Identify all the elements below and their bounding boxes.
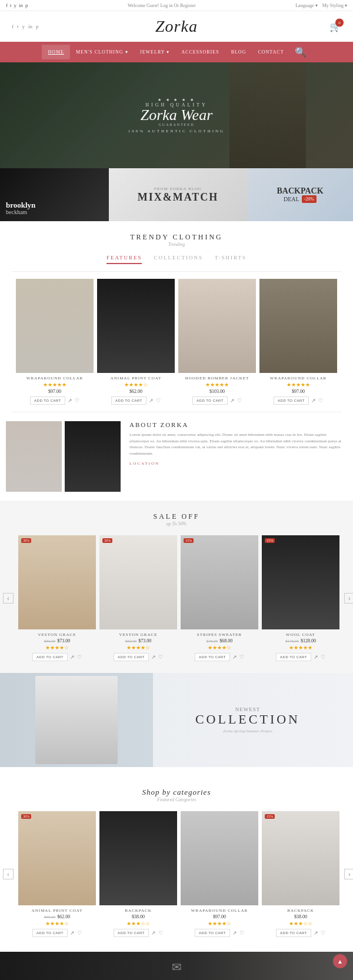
cat-carousel-prev[interactable]: ‹	[3, 869, 14, 879]
banner-deal-text: DEAL	[284, 196, 299, 202]
cat-wish-2[interactable]: ♡	[158, 930, 163, 936]
cat-share-2[interactable]: ↗	[151, 930, 156, 936]
sale-wish-1[interactable]: ♡	[77, 654, 82, 660]
cat-wish-1[interactable]: ♡	[77, 930, 82, 936]
youtube-icon[interactable]: y	[14, 2, 17, 8]
cat-share-1[interactable]: ↗	[70, 930, 75, 936]
banner-mix[interactable]: FROM ZORKA BLOG MIX&MATCH	[109, 168, 247, 221]
wishlist-icon-3[interactable]: ♡	[237, 398, 242, 404]
sale-share-4[interactable]: ↗	[314, 654, 318, 660]
sale-share-1[interactable]: ↗	[70, 654, 75, 660]
pi-icon[interactable]: p	[36, 24, 39, 29]
add-to-cart-btn-1[interactable]: Add To Cart	[30, 396, 65, 405]
hero-section: ★ ★ ★ ★ ★ HIGH QUALITY Zorka Wear GUARAN…	[0, 62, 353, 168]
share-icon-2[interactable]: ↗	[149, 398, 154, 404]
nav-jewelry[interactable]: JEWELRY ▾	[134, 45, 176, 59]
subscribe-bg	[188, 952, 353, 980]
location-link[interactable]: LOCATION	[129, 461, 347, 466]
cat-stars-2: ★★★☆☆	[99, 921, 177, 926]
product-card-1: WRAPAROUND COLLAR ★★★★★ $97.00 Add To Ca…	[16, 279, 94, 405]
sale-carousel: ‹ 30% VESTON GRACE $83.00$73.00 ★★★★☆ Ad…	[0, 529, 353, 667]
nav-accessories[interactable]: ACCESSORIES	[175, 45, 225, 59]
wishlist-icon-2[interactable]: ♡	[156, 398, 161, 404]
cart-icon-wrap[interactable]: 🛒 0	[329, 21, 341, 32]
fb-icon[interactable]: f	[12, 24, 14, 29]
sale-img-2	[99, 535, 177, 629]
my-styling-link[interactable]: My Styling ▾	[322, 3, 347, 8]
nav-blog[interactable]: BLOG	[225, 45, 252, 59]
tab-tshirts[interactable]: T-SHIRTS	[215, 255, 247, 264]
saleoff-title-wrap: SALE OFF up To 50%	[0, 506, 353, 529]
sale-add-cart-1[interactable]: Add To Cart	[32, 653, 68, 661]
cat-wish-3[interactable]: ♡	[239, 930, 244, 936]
sale-name-2: VESTON GRACE	[99, 632, 177, 637]
hero-bg-figure	[229, 62, 306, 168]
in-icon[interactable]: in	[28, 24, 32, 29]
sale-add-cart-4[interactable]: Add To Cart	[276, 653, 311, 661]
cat-share-4[interactable]: ↗	[314, 930, 318, 936]
yt-icon[interactable]: y	[22, 24, 25, 29]
sale-add-cart-3[interactable]: Add To Cart	[195, 653, 230, 661]
sale-share-3[interactable]: ↗	[232, 654, 237, 660]
add-to-cart-btn-2[interactable]: Add To Cart	[111, 396, 146, 405]
scroll-to-top[interactable]: ▲	[333, 954, 347, 968]
logo-bar: f t y in p Zorka 🛒 0	[0, 11, 353, 42]
cat-wish-4[interactable]: ♡	[321, 930, 325, 936]
share-icon-1[interactable]: ↗	[68, 398, 72, 404]
tab-collections[interactable]: COLLECTIONS	[154, 255, 203, 264]
wishlist-icon-4[interactable]: ♡	[318, 398, 323, 404]
cat-add-cart-2[interactable]: Add To Cart	[114, 929, 149, 937]
sale-add-cart-2[interactable]: Add To Cart	[114, 653, 149, 661]
saleoff-section: SALE OFF up To 50% ‹ 30% VESTON GRACE $8…	[0, 501, 353, 673]
sale-price-3: $78.00$68.00	[181, 638, 258, 644]
tab-features[interactable]: FEATURES	[106, 255, 142, 264]
sale-wish-4[interactable]: ♡	[321, 654, 325, 660]
sale-card-3: 15% STRIPES SWEATER $78.00$68.00 ★★★★☆ A…	[181, 535, 258, 661]
sale-share-2[interactable]: ↗	[151, 654, 156, 660]
sale-img-wrap-4: 15%	[262, 535, 339, 629]
product-actions-3: Add To Cart ↗ ♡	[178, 396, 256, 405]
tw-icon[interactable]: t	[17, 24, 19, 29]
sale-wish-3[interactable]: ♡	[239, 654, 244, 660]
carousel-next[interactable]: ›	[344, 593, 353, 604]
sale-stars-4: ★★★★★	[262, 645, 339, 651]
banner-brooklyn[interactable]: brooklyn beckham	[0, 168, 109, 221]
product-name-2: ANIMAL PRINT COAT	[97, 376, 175, 381]
sale-name-4: WOOL COAT	[262, 632, 339, 637]
tabs-row: FEATURES COLLECTIONS T-SHIRTS	[12, 250, 341, 272]
language-selector[interactable]: Language ▾	[295, 3, 318, 8]
subscribe-section: ✉ SUBSCRIBE Get 15% Zorka Home & Jewelle…	[0, 952, 353, 980]
linkedin-icon[interactable]: in	[19, 2, 23, 8]
product-stars-4: ★★★★★	[259, 382, 337, 388]
nav-home[interactable]: HOME	[42, 45, 70, 59]
twitter-icon[interactable]: t	[10, 2, 12, 8]
share-icon-3[interactable]: ↗	[230, 398, 235, 404]
banner-row: brooklyn beckham FROM ZORKA BLOG MIX&MAT…	[0, 168, 353, 221]
newest-section: NEWEST COLLECTION Zorka Spring/Summer Pr…	[0, 673, 353, 767]
sale-card-2: 30% VESTON GRACE $83.00$73.00 ★★★★☆ Add …	[99, 535, 177, 661]
pinterest-icon[interactable]: p	[25, 2, 28, 8]
cat-badge-4: 15%	[265, 814, 275, 819]
search-icon-nav[interactable]: 🔍	[290, 42, 311, 62]
site-logo[interactable]: Zorka	[155, 17, 198, 36]
wishlist-icon-1[interactable]: ♡	[75, 398, 79, 404]
cat-add-cart-3[interactable]: Add To Cart	[195, 929, 230, 937]
cart-badge: 0	[335, 19, 344, 27]
banner-backpack[interactable]: BACKPACK DEAL -20%	[247, 168, 353, 221]
cat-add-cart-4[interactable]: Add To Cart	[276, 929, 311, 937]
facebook-icon[interactable]: f	[6, 2, 8, 8]
cat-carousel-next[interactable]: ›	[344, 869, 353, 879]
cat-add-cart-1[interactable]: Add To Cart	[32, 929, 68, 937]
nav-mens[interactable]: MEN'S CLOTHING ▾	[70, 45, 134, 59]
categories-section: Shop by categories Featured Categories ‹…	[0, 767, 353, 952]
sale-wish-2[interactable]: ♡	[158, 654, 163, 660]
sale-card-4: 15% WOOL COAT $148.00$128.00 ★★★★★ Add T…	[262, 535, 339, 661]
cat-share-3[interactable]: ↗	[232, 930, 237, 936]
add-to-cart-btn-4[interactable]: Add To Cart	[274, 396, 309, 405]
cat-img-wrap-3	[181, 811, 258, 905]
share-icon-4[interactable]: ↗	[311, 398, 316, 404]
cat-stars-3: ★★★★☆	[181, 921, 258, 926]
carousel-prev[interactable]: ‹	[3, 593, 14, 604]
nav-contact[interactable]: CONTACT	[252, 45, 289, 59]
add-to-cart-btn-3[interactable]: Add To Cart	[192, 396, 228, 405]
